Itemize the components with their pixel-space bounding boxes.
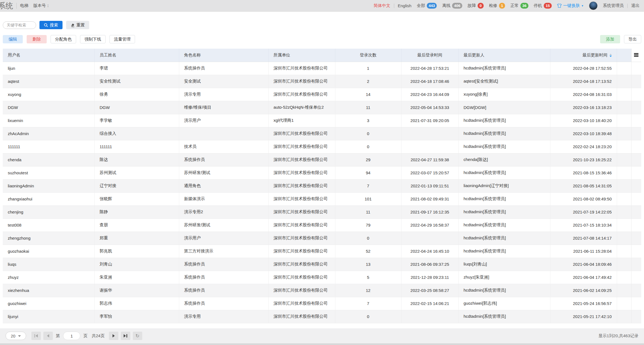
col-header-employee[interactable]: 员工姓名: [94, 49, 179, 62]
status-filter-all[interactable]: 全部 443: [417, 3, 437, 9]
role-cell: 系统操作员: [179, 271, 268, 284]
col-header-updated-at[interactable]: 最后更新时间: [550, 49, 617, 62]
spacer-cell: [617, 310, 631, 323]
force-offline-button[interactable]: 强制下线: [80, 35, 106, 43]
last-login-cell: 2021-08-02 09:49:31: [401, 192, 458, 205]
col-header-login-count[interactable]: 登录次数: [335, 49, 401, 62]
pagination-bar: 20 第 页 共24页 ↻ 显示1到20,共463记录: [0, 328, 644, 343]
employee-name-cell: 徐勇: [94, 88, 179, 101]
updated-at-cell: 2022-04-18 17:13:52: [550, 75, 617, 88]
table-row[interactable]: xiezhenhua谢振华系统操作员深圳市汇川技术股份有限公司122022-03…: [3, 284, 641, 297]
status-count-badge: 15: [544, 3, 552, 9]
table-row[interactable]: zhangxiaohui张晓辉新媒体演示深圳市汇川技术股份有限公司1012021…: [3, 192, 641, 205]
status-filter-maintenance[interactable]: 检修 1: [489, 3, 505, 9]
org-cell: 深圳市汇川技术股份有限公司: [268, 127, 335, 140]
table-row[interactable]: guozhaokai郭兆凯第三方对接演示深圳市汇川技术股份有限公司522022-…: [3, 245, 641, 258]
first-page-button[interactable]: [31, 332, 41, 340]
col-header-org[interactable]: 所属单位: [268, 49, 335, 62]
updated-at-cell: 2021-08-15 15:36:46: [550, 166, 617, 179]
updated-by-cell: hcdtadmin[系统管理员]: [458, 62, 550, 75]
status-filter-offline[interactable]: 离线 406: [442, 3, 462, 9]
last-login-cell: 2021-12-28 09:23:11: [401, 271, 458, 284]
traffic-mgmt-button[interactable]: 流量管理: [109, 35, 135, 43]
column-settings-header[interactable]: [631, 49, 641, 62]
col-header-updated-by[interactable]: 最后更新人: [458, 49, 550, 62]
login-count-cell: 7: [335, 179, 401, 192]
org-cell: xgl代理商1: [268, 114, 335, 127]
topbar: 系统 电梯 版本号： 简体中文 English 全部 443 离线 406 故障…: [0, 0, 644, 12]
page-size-select[interactable]: 20: [6, 332, 26, 340]
col-header-role[interactable]: 角色名称: [179, 49, 268, 62]
last-login-cell: 2022-04-28 17:53:21: [401, 62, 458, 75]
status-label: 检修: [489, 3, 497, 8]
divider: [627, 4, 628, 8]
logout-button[interactable]: 退出: [631, 3, 640, 8]
table-row[interactable]: aqtest安全性测试安全测试深圳市汇川技术股份有限公司22022-04-18 …: [3, 75, 641, 88]
table-row[interactable]: 111111111111技术员深圳市汇川技术股份有限公司0hcdtadmin[系…: [3, 140, 641, 153]
col-header-last-login[interactable]: 最后登录时间: [401, 49, 458, 62]
search-input[interactable]: [3, 21, 36, 29]
login-count-cell: 11: [335, 101, 401, 114]
updated-by-cell: hcdtadmin[系统管理员]: [458, 245, 550, 258]
table-row[interactable]: xuyong徐勇演示专用深圳市汇川技术股份有限公司142022-04-23 16…: [3, 88, 641, 101]
edit-button[interactable]: 编辑: [3, 35, 23, 43]
next-page-button[interactable]: [109, 332, 118, 340]
role-cell: 安全测试: [179, 75, 268, 88]
table-row[interactable]: lixuemin李学敏演示用户xgl代理商132021-07-31 09:20:…: [3, 114, 641, 127]
skin-switcher[interactable]: 一键换肤 ▼: [557, 3, 584, 8]
table-row[interactable]: lijunyi李军怡演示专用深圳市汇川技术股份有限公司0hcdtadmin[系统…: [3, 310, 641, 323]
page-number-input[interactable]: [63, 332, 80, 340]
table-row[interactable]: guozhiwei郭志伟系统操作员深圳市汇川技术股份有限公司72022-02-1…: [3, 297, 641, 310]
table-row[interactable]: zhAcAdmin综合接入深圳市汇川技术股份有限公司0hcdtadmin[系统管…: [3, 127, 641, 140]
refresh-button[interactable]: ↻: [133, 332, 142, 340]
search-button[interactable]: 搜索: [39, 21, 63, 29]
spacer-cell: [617, 127, 631, 140]
export-button[interactable]: 导出: [624, 35, 641, 43]
refresh-icon: ↻: [136, 334, 139, 338]
last-page-button[interactable]: [121, 332, 130, 340]
table-row[interactable]: zhengzhong郑重演示用户深圳市汇川技术股份有限公司0hcdtadmin[…: [3, 232, 641, 245]
employee-name-cell: 谢振华: [94, 284, 179, 297]
table-row[interactable]: suzhoutest苏州测试苏州研发/测试深圳市汇川技术股份有限公司942022…: [3, 166, 641, 179]
reset-button[interactable]: 重置: [66, 21, 89, 29]
status-filter-stopped[interactable]: 停机 15: [534, 3, 552, 9]
org-cell: 深圳市汇川技术股份有限公司: [268, 88, 335, 101]
assign-role-button[interactable]: 分配角色: [51, 35, 76, 43]
table-row[interactable]: DGWDGW维修/维保/项目auto-52zQkHqN-维保单位2112022-…: [3, 101, 641, 114]
avatar[interactable]: [589, 1, 598, 10]
table-row[interactable]: chenjing陈静演示专用2深圳市汇川技术股份有限公司112021-09-17…: [3, 205, 641, 219]
username-cell: xuyong: [3, 88, 94, 101]
updated-at-cell: 2021-06-04 17:49:42: [550, 271, 617, 284]
role-cell: 系统操作员: [179, 258, 268, 271]
add-button[interactable]: 添加: [600, 35, 620, 43]
last-login-cell: 2022-04-24 16:45:10: [401, 245, 458, 258]
login-count-cell: 5: [335, 271, 401, 284]
status-label: 离线: [442, 3, 450, 8]
role-cell: 苏州研发/测试: [179, 219, 268, 232]
topbar-right: 简体中文 English 全部 443 离线 406 故障 0 检修 1 正常 …: [374, 1, 640, 10]
username-cell: guozhaokai: [3, 245, 94, 258]
org-cell: 深圳市汇川技术股份有限公司: [268, 205, 335, 219]
table-row[interactable]: chenda陈达系统操作员深圳市汇川技术股份有限公司292022-04-27 1…: [3, 153, 641, 166]
next-page-icon: [113, 334, 115, 337]
status-filter-fault[interactable]: 故障 0: [468, 3, 484, 9]
lang-zh-button[interactable]: 简体中文: [374, 3, 390, 8]
prev-page-button[interactable]: [43, 332, 53, 340]
username-cell: xiezhenhua: [3, 284, 94, 297]
login-count-cell: 79: [335, 219, 401, 232]
row-end-cell: [631, 219, 641, 232]
updated-by-cell: aqtest[安全性测试]: [458, 75, 550, 88]
spacer-cell: [617, 75, 631, 88]
col-header-username[interactable]: 用户名: [3, 49, 94, 62]
table-row[interactable]: lijun李珺系统操作员深圳市汇川技术股份有限公司12022-04-28 17:…: [3, 62, 641, 75]
table-row[interactable]: zhuyz朱亚洲系统操作员深圳市汇川技术股份有限公司52021-12-28 09…: [3, 271, 641, 284]
table-row[interactable]: test008查朋苏州研发/测试深圳市汇川技术股份有限公司792022-04-2…: [3, 219, 641, 232]
table-row[interactable]: liuqs刘青山系统操作员深圳市汇川技术股份有限公司132021-08-06 0…: [3, 258, 641, 271]
lang-en-button[interactable]: English: [398, 3, 411, 8]
table-row[interactable]: liaoningAdmin辽宁对接通用角色深圳市汇川技术股份有限公司72022-…: [3, 179, 641, 192]
status-filter-normal[interactable]: 正常 36: [510, 3, 528, 9]
status-count-badge: 443: [427, 3, 437, 9]
delete-button[interactable]: 删除: [27, 35, 47, 43]
status-label: 全部: [417, 3, 425, 8]
updated-by-cell: hcdtadmin[系统管理员]: [458, 166, 550, 179]
